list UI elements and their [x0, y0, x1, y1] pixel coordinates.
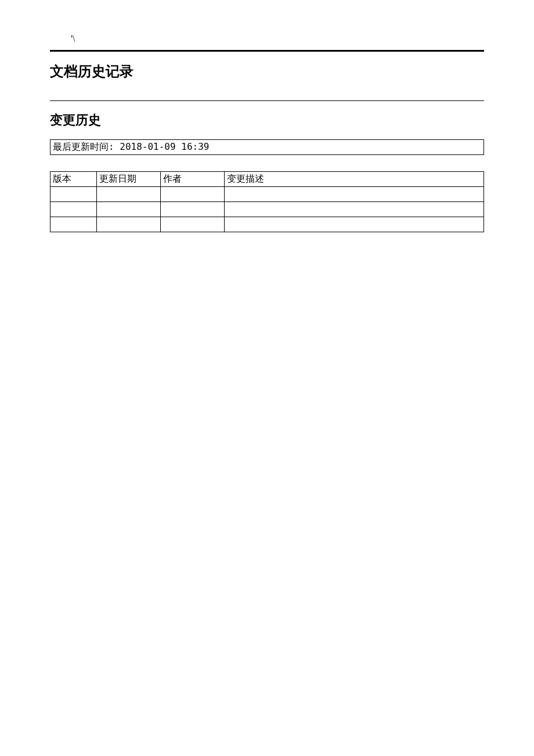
col-header-author: 作者	[161, 172, 225, 187]
cell-date	[97, 202, 161, 217]
cell-desc	[225, 217, 484, 232]
cell-version	[50, 202, 97, 217]
last-update-label: 最后更新时间:	[53, 141, 114, 152]
header-mark: '\	[50, 34, 484, 50]
page-title: 文档历史记录	[50, 62, 484, 81]
cell-date	[97, 217, 161, 232]
cell-desc	[225, 202, 484, 217]
document-page: '\ 文档历史记录 变更历史 最后更新时间: 2018-01-09 16:39 …	[0, 0, 534, 232]
cell-desc	[225, 187, 484, 202]
cell-version	[50, 187, 97, 202]
table-header-row: 版本 更新日期 作者 变更描述	[50, 172, 484, 187]
col-header-date: 更新日期	[97, 172, 161, 187]
header-divider	[50, 50, 484, 52]
history-table: 版本 更新日期 作者 变更描述	[50, 171, 484, 232]
col-header-desc: 变更描述	[225, 172, 484, 187]
cell-author	[161, 202, 225, 217]
last-update-box: 最后更新时间: 2018-01-09 16:39	[50, 139, 484, 155]
table-row	[50, 217, 484, 232]
cell-version	[50, 217, 97, 232]
last-update-value: 2018-01-09 16:39	[120, 141, 209, 152]
cell-date	[97, 187, 161, 202]
table-row	[50, 187, 484, 202]
cell-author	[161, 217, 225, 232]
table-row	[50, 202, 484, 217]
col-header-version: 版本	[50, 172, 97, 187]
cell-author	[161, 187, 225, 202]
section-divider	[50, 100, 484, 101]
section-title: 变更历史	[50, 111, 484, 129]
